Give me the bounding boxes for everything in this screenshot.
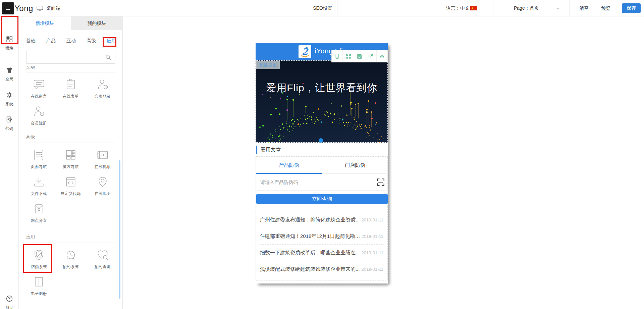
- svg-text:2: 2: [302, 47, 309, 57]
- module-section-advanced: 高级 页面导航 魔方导航: [19, 134, 123, 228]
- module-online-form[interactable]: 在线表单: [55, 77, 87, 104]
- toolbar-mobile-button[interactable]: [332, 50, 343, 62]
- divider: [337, 0, 337, 16]
- section-label-clipped: 互动: [19, 66, 123, 69]
- sidebar-item-label: 全局: [0, 76, 19, 82]
- heart-search-icon: [95, 248, 110, 262]
- carousel-banner-module[interactable]: 轮播多图 爱用Flip，让世界看到你: [256, 60, 388, 143]
- sidebar-item-global[interactable]: 全局: [0, 66, 19, 82]
- module-type-badge: 轮播多图: [256, 61, 280, 69]
- module-file-download[interactable]: 文件下载: [23, 174, 55, 201]
- page-nav-icon: [32, 148, 46, 162]
- help-icon: [6, 295, 13, 302]
- topbar: → Yong 桌面端 SEO设置 语言：中文 ★ Page：首页 清空 预览 保…: [0, 0, 644, 16]
- module-booking-system[interactable]: 预约系统: [55, 248, 87, 274]
- module-member-register[interactable]: 会员注册: [23, 104, 55, 131]
- category-basic[interactable]: 基础: [26, 38, 36, 44]
- article-list: 广州住建委发布通知，将简化建筑企业资质... 2019-01-11 住建部重磅通…: [256, 206, 388, 280]
- category-interaction[interactable]: 互动: [66, 38, 76, 44]
- banner-particles: [256, 60, 388, 143]
- category-application[interactable]: 应用: [107, 38, 116, 44]
- carousel-indicator-dot[interactable]: [319, 138, 323, 143]
- article-section-title: 爱用文章: [261, 147, 281, 153]
- save-disk-icon: [357, 53, 363, 59]
- banner-headline: 爱用Flip，让世界看到你: [256, 81, 388, 95]
- title-accent-bar: [256, 146, 257, 154]
- module-custom-code[interactable]: 自定义代码: [55, 174, 87, 201]
- seo-settings-button[interactable]: SEO设置: [312, 0, 333, 16]
- form-icon: [63, 77, 78, 92]
- toolbar-share-button[interactable]: [365, 50, 376, 62]
- search-icon: [105, 54, 112, 61]
- app-logo: → Yong: [2, 2, 33, 14]
- module-ebook[interactable]: 电子图册: [23, 274, 55, 301]
- gear-icon: [6, 91, 13, 99]
- module-booking-query[interactable]: 预约查询: [87, 248, 118, 274]
- panel-tabs: 新增模块 我的模块: [19, 16, 123, 30]
- device-label: 桌面端: [46, 5, 60, 11]
- module-online-video[interactable]: 在线视频: [87, 148, 118, 174]
- sidebar: 模块 全局 系统 代码 帮助: [0, 16, 19, 309]
- category-advanced[interactable]: 高级: [87, 38, 96, 44]
- toolbar-settings-button[interactable]: [377, 50, 387, 62]
- divider: [307, 0, 307, 16]
- article-row[interactable]: 住建部重磅通知！2018年12月1日起简化勘察... 2019-01-11: [260, 228, 383, 245]
- sidebar-item-code[interactable]: 代码: [0, 116, 19, 132]
- page-selector[interactable]: Page：首页: [514, 0, 539, 16]
- module-toolbar: [331, 50, 388, 62]
- module-search-input[interactable]: [26, 51, 115, 64]
- module-online-map[interactable]: 在线地图: [87, 174, 118, 201]
- language-label[interactable]: 语言：中文: [446, 0, 470, 16]
- sidebar-item-help[interactable]: 帮助: [0, 295, 19, 309]
- preview-button[interactable]: 预览: [601, 0, 610, 16]
- toolbar-expand-button[interactable]: [343, 50, 354, 62]
- query-now-button[interactable]: 立即查询: [256, 194, 388, 204]
- tab-new-modules[interactable]: 新增模块: [19, 16, 71, 30]
- clear-button[interactable]: 清空: [579, 0, 589, 16]
- open-book-icon: [32, 274, 46, 289]
- antifake-code-input[interactable]: 请输入产品防伪码: [256, 174, 388, 191]
- module-member-login[interactable]: 会员登录: [87, 77, 118, 104]
- module-online-message[interactable]: 在线留言: [23, 77, 55, 104]
- video-icon: [95, 148, 110, 162]
- scan-icon[interactable]: [376, 178, 385, 187]
- module-branch-stores[interactable]: 网点分支: [23, 201, 55, 228]
- article-row[interactable]: 广州住建委发布通知，将简化建筑企业资质... 2019-01-11: [260, 212, 383, 228]
- mobile-icon: [334, 53, 340, 59]
- module-page-nav[interactable]: 页面导航: [23, 148, 55, 174]
- site-logo: 2: [299, 45, 311, 58]
- article-section-bar[interactable]: 爱用文章: [256, 143, 388, 157]
- module-section-interaction: 互动 在线留言 在线表单: [19, 66, 123, 131]
- comment-icon: [32, 77, 46, 92]
- input-placeholder: 请输入产品防伪码: [260, 179, 298, 186]
- tab-my-modules[interactable]: 我的模块: [71, 16, 123, 30]
- logo-text: Yong: [14, 4, 33, 13]
- module-panel: 新增模块 我的模块 基础 产品 互动 高级 应用 互动 在线留: [19, 16, 123, 309]
- article-row[interactable]: 浅谈装配式装修给建筑装饰装修企业带来的... 2019-01-11: [260, 261, 383, 277]
- sidebar-item-label: 模块: [0, 46, 19, 51]
- device-selector-desktop[interactable]: 桌面端: [36, 0, 60, 16]
- panel-scrollbar-thumb[interactable]: [119, 160, 120, 299]
- chevron-down-icon[interactable]: [556, 7, 560, 11]
- expand-icon: [345, 53, 352, 59]
- cube-nav-icon: [63, 148, 78, 162]
- sidebar-item-system[interactable]: 系统: [0, 91, 19, 107]
- sidebar-item-label: 代码: [0, 126, 19, 132]
- settings-gear-icon: [379, 53, 385, 59]
- modules-grid-icon: [6, 36, 13, 43]
- custom-code-icon: [63, 174, 78, 189]
- code-doc-icon: [6, 116, 13, 123]
- module-antifake-system[interactable]: 防伪系统: [23, 248, 55, 274]
- sidebar-item-modules[interactable]: 模块: [0, 36, 19, 51]
- tab-product-antifake[interactable]: 产品防伪: [256, 157, 322, 173]
- module-cube-nav[interactable]: 魔方导航: [55, 148, 87, 174]
- save-button[interactable]: 保存: [622, 3, 641, 13]
- article-row[interactable]: 细数一下建筑资质改革后，哪些企业业绩在... 2019-01-11: [260, 245, 383, 261]
- tab-store-antifake[interactable]: 门店防伪: [322, 157, 388, 173]
- member-login-icon: [95, 77, 110, 92]
- toolbar-save-button[interactable]: [354, 50, 365, 62]
- category-product[interactable]: 产品: [46, 38, 56, 44]
- monitor-icon: [36, 5, 44, 12]
- share-icon: [368, 53, 374, 59]
- download-icon: [32, 174, 46, 189]
